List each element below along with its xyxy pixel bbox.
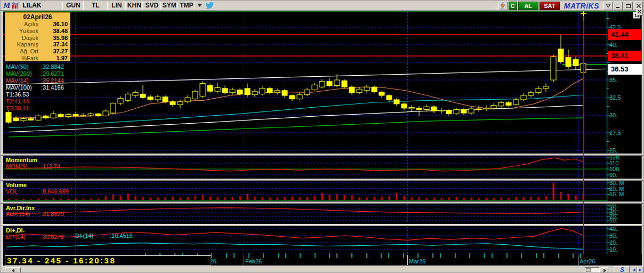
buy-al-button[interactable]: AL [518, 2, 538, 10]
scroll-right-button[interactable] [601, 267, 608, 273]
crosshair-icon [583, 11, 584, 16]
scrollbar-row: S ◄ ► [1, 266, 644, 273]
minimize-button[interactable] [614, 2, 623, 10]
panel-right-border [641, 11, 642, 254]
open-value: 36.10 [38, 21, 70, 27]
close-value: 37.34 [38, 41, 70, 47]
crosshair-cursor-line [583, 12, 584, 254]
toolbar-button-lin[interactable]: LIN [108, 1, 125, 10]
c-button[interactable]: C [509, 2, 517, 10]
tooltip-date: 02April26 [5, 13, 70, 21]
twitter-icon[interactable] [205, 2, 214, 9]
matriks-spinner-icon[interactable]: S [615, 266, 630, 273]
child-window-close-icon[interactable] [636, 9, 643, 15]
open-label: Açılış [5, 21, 38, 27]
adx-panel[interactable] [3, 204, 642, 224]
pct-value: 1.97 [38, 55, 70, 61]
di-panel[interactable] [3, 226, 642, 254]
low-label: Düşük [5, 35, 38, 41]
price-chart-panel[interactable] [3, 11, 642, 154]
sell-sat-button[interactable]: SAT [540, 2, 560, 10]
panel-splitter[interactable] [1, 202, 644, 204]
volume-panel[interactable] [3, 181, 642, 202]
scroll-left-button[interactable] [5, 267, 21, 273]
nav-back-button[interactable]: ◄ [631, 267, 637, 273]
matriks-logo: MATRiKS [561, 2, 602, 10]
toolbar-button-sym[interactable]: SYM [161, 1, 178, 10]
matriks-m-logo: M [3, 1, 10, 10]
pct-label: %Fark [5, 55, 38, 61]
low-value: 35.98 [38, 35, 70, 41]
panel-splitter[interactable] [1, 224, 644, 226]
toolbar-button-khn[interactable]: KHN [126, 1, 142, 10]
nav-forward-button[interactable]: ► [637, 267, 643, 273]
lightning-icon[interactable] [498, 2, 508, 10]
scrollbar-track[interactable] [585, 267, 600, 273]
maximize-button[interactable] [624, 2, 633, 10]
ohlc-tooltip-box: 02April26 Açılış36.10 Yüksek38.48 Düşük3… [5, 12, 70, 61]
momentum-panel[interactable] [3, 156, 642, 179]
chevron-down-icon[interactable] [195, 1, 204, 10]
symbol-input[interactable]: LILAK [21, 2, 62, 9]
status-readout: 37.34 - 245 - 16:20:38 [5, 255, 211, 266]
panel-splitter[interactable] [1, 154, 644, 156]
matriks-chart-window: M LILAK GUNTLLINKHNSVDSYMTMP [0, 0, 644, 273]
toolbar-left: M LILAK GUNTLLINKHNSVDSYMTMP [1, 1, 214, 10]
toolbar-button-gun[interactable]: GUN [63, 1, 83, 10]
high-value: 38.48 [38, 28, 70, 34]
toolbar-right: C AL SAT MATRiKS [498, 1, 643, 10]
wavg-value: 37.27 [38, 48, 70, 54]
chart-type-icon[interactable] [11, 2, 20, 9]
high-label: Yüksek [5, 28, 38, 34]
wavg-label: Ağ. Ort [5, 48, 38, 54]
toolbar-button-tl[interactable]: TL [84, 1, 107, 10]
crosshair-tick [583, 17, 584, 21]
scrollbar-thumb[interactable] [586, 268, 591, 272]
toolbar-buttons: GUNTLLINKHNSVDSYMTMP [63, 1, 195, 10]
toolbar-button-tmp[interactable]: TMP [178, 1, 195, 10]
titlebar: M LILAK GUNTLLINKHNSVDSYMTMP [1, 1, 644, 11]
toolbar-button-svd[interactable]: SVD [143, 1, 160, 10]
window-menu-button[interactable] [603, 2, 613, 10]
panel-splitter[interactable] [1, 179, 644, 181]
close-label: Kapanış [5, 41, 38, 47]
